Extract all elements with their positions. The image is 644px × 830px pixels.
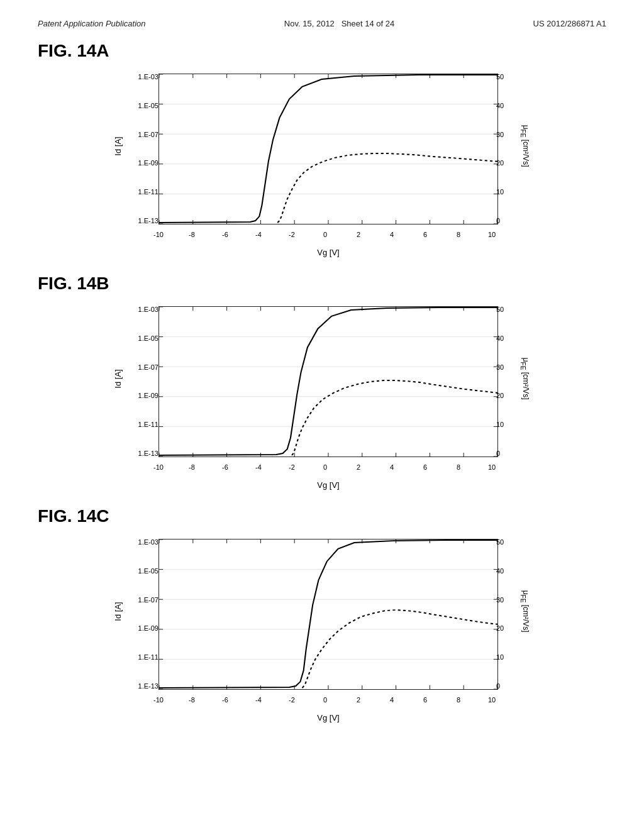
y-tick: 1.E-13 [127,450,158,457]
fig14b-y-right-label: μFE [cm²/Vs] [514,300,536,457]
fig14a-chart-area [158,74,498,224]
y-tick-right: 30 [496,597,514,604]
x-tick: 4 [386,696,398,704]
page: Patent Application Publication Nov. 15, … [0,0,644,830]
y-tick: 1.E-13 [127,218,158,224]
x-tick: -8 [186,231,198,238]
y-tick-right: 40 [496,335,514,342]
y-tick-right: 10 [496,189,514,196]
fig14b-x-ticks: -10 -8 -6 -4 -2 0 2 4 6 8 10 [158,463,498,471]
fig14c-y-left-label: Id [A] [108,533,127,690]
page-header: Patent Application Publication Nov. 15, … [38,19,606,28]
y-tick: 1.E-03 [127,539,158,546]
y-tick: 1.E-05 [127,568,158,575]
x-tick: -6 [219,463,231,471]
fig14c-y-right-ticks: 50 40 30 20 10 0 [496,539,514,690]
x-tick: -2 [286,463,298,471]
fig14a-y-right-label: μFE [cm²/Vs] [514,67,536,224]
y-tick-right: 30 [496,131,514,138]
x-tick: 6 [419,463,431,471]
fig14c-label: FIG. 14C [38,506,606,526]
x-tick: -6 [219,696,231,704]
header-date: Nov. 15, 2012 Sheet 14 of 24 [284,19,394,28]
fig14a-x-ticks: -10 -8 -6 -4 -2 0 2 4 6 8 10 [158,231,498,238]
y-tick-right: 50 [496,74,514,80]
x-tick: 8 [452,696,465,704]
fig14a-y-right-ticks: 50 40 30 20 10 0 [496,74,514,224]
fig14b-x-label: Vg [V] [158,480,498,490]
y-tick-right: 40 [496,102,514,109]
fig14b-y-right-ticks: 50 40 30 20 10 0 [496,306,514,457]
fig14c-chart-container: Id [A] 1.E-03 1.E-05 1.E-07 1.E-09 1.E-1… [38,533,606,728]
y-tick: 1.E-05 [127,335,158,342]
fig14b-svg [159,307,497,456]
fig14a-y-left-ticks: 1.E-03 1.E-05 1.E-07 1.E-09 1.E-11 1.E-1… [127,74,158,224]
y-tick-right: 0 [496,683,514,690]
fig14b-y-left-label: Id [A] [108,300,127,457]
x-tick: -10 [152,696,165,704]
fig14b-chart-container: Id [A] 1.E-03 1.E-05 1.E-07 1.E-09 1.E-1… [38,300,606,495]
fig14c-section: FIG. 14C Id [A] 1.E-03 1.E-05 1.E-07 1.E… [38,506,606,728]
y-tick: 1.E-07 [127,131,158,138]
y-tick: 1.E-03 [127,306,158,313]
x-tick: -2 [286,696,298,704]
y-tick-right: 10 [496,654,514,661]
x-tick: 4 [386,463,398,471]
x-tick: 10 [486,696,498,704]
x-tick: 4 [386,231,398,238]
x-tick: 2 [352,231,365,238]
fig14b-section: FIG. 14B Id [A] 1.E-03 1.E-05 1.E-07 1.E… [38,274,606,495]
x-tick: 6 [419,696,431,704]
y-tick: 1.E-09 [127,625,158,632]
fig14a-chart-container: Id [A] 1.E-03 1.E-05 1.E-07 1.E-09 1.E-1… [38,67,606,262]
x-tick: 8 [452,463,465,471]
fig14b-chart-area [158,306,498,457]
y-tick-right: 10 [496,421,514,428]
x-tick: -10 [152,231,165,238]
x-tick: -6 [219,231,231,238]
y-tick-right: 50 [496,306,514,313]
fig14c-y-right-label: μFE [cm²/Vs] [514,533,536,690]
y-tick: 1.E-05 [127,102,158,109]
fig14c-svg [159,540,497,689]
x-tick: -8 [186,463,198,471]
fig14a-svg [159,74,497,224]
fig14c-y-left-ticks: 1.E-03 1.E-05 1.E-07 1.E-09 1.E-11 1.E-1… [127,539,158,690]
y-tick-right: 20 [496,625,514,632]
fig14a-y-left-label: Id [A] [108,67,127,224]
x-tick: -4 [252,231,265,238]
y-tick-right: 30 [496,364,514,371]
y-tick: 1.E-07 [127,597,158,604]
fig14b-label: FIG. 14B [38,274,606,294]
fig14c-x-ticks: -10 -8 -6 -4 -2 0 2 4 6 8 10 [158,696,498,704]
fig14b-y-left-ticks: 1.E-03 1.E-05 1.E-07 1.E-09 1.E-11 1.E-1… [127,306,158,457]
y-tick: 1.E-11 [127,421,158,428]
fig14a-label: FIG. 14A [38,41,606,61]
x-tick: -10 [152,463,165,471]
fig14a-chart-wrapper: Id [A] 1.E-03 1.E-05 1.E-07 1.E-09 1.E-1… [108,67,536,262]
x-tick: -2 [286,231,298,238]
x-tick: 8 [452,231,465,238]
y-tick-right: 40 [496,568,514,575]
fig14c-chart-wrapper: Id [A] 1.E-03 1.E-05 1.E-07 1.E-09 1.E-1… [108,533,536,728]
y-tick-right: 20 [496,160,514,167]
x-tick: 10 [486,463,498,471]
x-tick: 10 [486,231,498,238]
fig14c-x-label: Vg [V] [158,713,498,722]
y-tick-right: 0 [496,218,514,224]
x-tick: 2 [352,463,365,471]
fig14a-section: FIG. 14A Id [A] 1.E-03 1.E-05 1.E-07 1.E… [38,41,606,262]
y-tick: 1.E-13 [127,683,158,690]
y-tick-right: 50 [496,539,514,546]
x-tick: -8 [186,696,198,704]
x-tick: -4 [252,463,265,471]
x-tick: 0 [319,696,331,704]
fig14b-chart-wrapper: Id [A] 1.E-03 1.E-05 1.E-07 1.E-09 1.E-1… [108,300,536,495]
y-tick: 1.E-07 [127,364,158,371]
x-tick: 0 [319,231,331,238]
y-tick-right: 20 [496,392,514,399]
y-tick-right: 0 [496,450,514,457]
fig14a-x-label: Vg [V] [158,248,498,257]
y-tick: 1.E-09 [127,392,158,399]
y-tick: 1.E-11 [127,654,158,661]
